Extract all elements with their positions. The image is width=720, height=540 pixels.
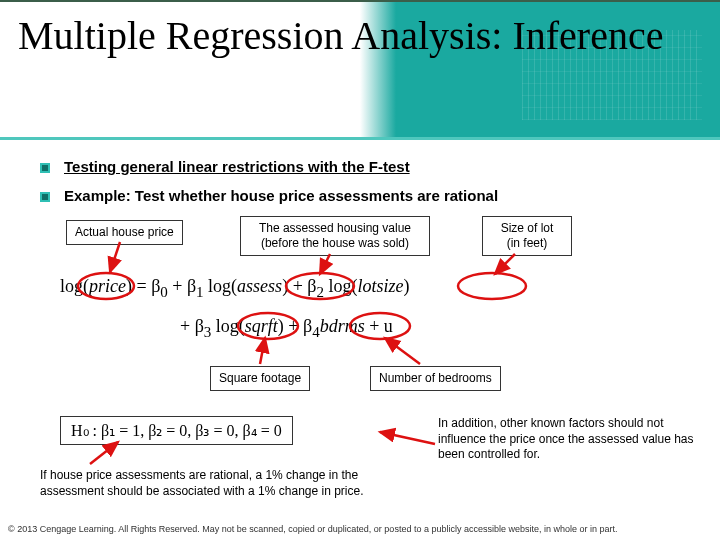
equation-diagram: Actual house price The assessed housing …	[40, 216, 696, 416]
bullet-2: Example: Test whether house price assess…	[64, 187, 498, 204]
caption-right: In addition, other known factors should …	[438, 416, 698, 463]
label-assessed-value: The assessed housing value (before the h…	[240, 216, 430, 256]
label-actual-price: Actual house price	[66, 220, 183, 245]
svg-line-0	[110, 242, 120, 272]
svg-line-10	[90, 442, 118, 464]
label-line: (before the house was sold)	[261, 236, 409, 250]
label-line: The assessed housing value	[259, 221, 411, 235]
caption-left: If house price assessments are rational,…	[40, 468, 420, 499]
label-line: Size of lot	[501, 221, 554, 235]
null-hypothesis: H₀ : β₁ = 1, β₂ = 0, β₃ = 0, β₄ = 0	[60, 416, 293, 445]
label-line: (in feet)	[507, 236, 548, 250]
svg-line-11	[380, 432, 435, 444]
copyright-footer: © 2013 Cengage Learning. All Rights Rese…	[8, 524, 712, 534]
label-lot-size: Size of lot (in feet)	[482, 216, 572, 256]
label-square-footage: Square footage	[210, 366, 310, 391]
equation-line-2: + β3 log(sqrft) + β4bdrms + u	[180, 316, 393, 341]
svg-line-1	[320, 254, 330, 274]
label-bedrooms: Number of bedrooms	[370, 366, 501, 391]
svg-line-3	[260, 338, 265, 364]
bullet-icon	[40, 192, 50, 202]
bullet-icon	[40, 163, 50, 173]
svg-point-7	[458, 273, 526, 299]
page-title: Multiple Regression Analysis: Inference	[0, 2, 720, 58]
equation-line-1: log(price) = β0 + β1 log(assess) + β2 lo…	[60, 276, 409, 301]
svg-line-2	[495, 254, 515, 274]
bullet-1: Testing general linear restrictions with…	[64, 158, 410, 175]
svg-line-4	[385, 338, 420, 364]
